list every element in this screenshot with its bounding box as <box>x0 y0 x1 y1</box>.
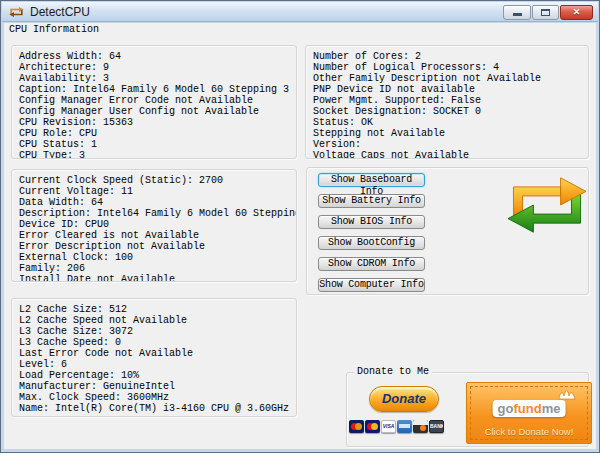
info-line: Socket Designation: SOCKET 0 <box>313 106 588 117</box>
info-line: Other Family Description not Available <box>313 73 588 84</box>
visa-icon: VISA <box>381 420 396 433</box>
discover-icon <box>413 420 428 433</box>
show-baseboard-info-button[interactable]: Show Baseboard Info <box>318 173 425 187</box>
info-line: CPU Role: CPU <box>19 128 296 139</box>
show-cdrom-info-button[interactable]: Show CDROM Info <box>318 257 425 271</box>
gofundme-tagline: Click to Donate Now! <box>467 426 591 437</box>
window-controls: ✕ <box>503 5 593 20</box>
cpu-cache-groupbox: L2 Cache Size: 512 L2 Cache Speed not Av… <box>11 298 297 417</box>
info-line: CPU Revision: 15363 <box>19 117 296 128</box>
info-line: Install Date not Available <box>19 274 296 282</box>
info-line: Manufacturer: GenuineIntel <box>19 381 296 392</box>
info-line: Number of Logical Processors: 4 <box>313 62 588 73</box>
mastercard-icon <box>349 420 364 433</box>
gofundme-logo: gofundme <box>493 400 566 417</box>
cpu-identity-groupbox: Address Width: 64 Architecture: 9 Availa… <box>11 45 297 159</box>
info-line: Error Cleared is not Available <box>19 230 296 241</box>
info-line: Current Voltage: 11 <box>19 186 296 197</box>
info-line: Address Width: 64 <box>19 51 296 62</box>
app-icon <box>9 5 24 19</box>
section-label: CPU Information <box>9 24 99 35</box>
maximize-button[interactable] <box>532 5 559 20</box>
info-line: Architecture: 9 <box>19 62 296 73</box>
maestro-icon <box>365 420 380 433</box>
show-computer-info-button[interactable]: Show Computer Info <box>318 278 425 292</box>
info-line: Family: 206 <box>19 263 296 274</box>
info-line: L3 Cache Speed: 0 <box>19 337 296 348</box>
app-window: DetectCPU ✕ CPU Information Address Widt… <box>0 0 600 453</box>
cpu-clock-groupbox: Current Clock Speed (Static): 2700 Curre… <box>11 169 297 282</box>
payment-cards-row: VISA BANK <box>349 420 444 433</box>
gofundme-mascot-icon <box>556 388 578 400</box>
info-line: Current Clock Speed (Static): 2700 <box>19 175 296 186</box>
info-line: Config Manager User Config not Available <box>19 106 296 117</box>
info-line: Last Error Code not Available <box>19 348 296 359</box>
cpu-topology-groupbox: Number of Cores: 2 Number of Logical Pro… <box>305 45 589 159</box>
close-icon: ✕ <box>573 7 581 17</box>
gofundme-button[interactable]: gofundme Click to Donate Now! <box>466 382 592 444</box>
info-line: Description: Intel64 Family 6 Model 60 S… <box>19 208 296 219</box>
info-line: Power Mgmt. Supported: False <box>313 95 588 106</box>
close-button[interactable]: ✕ <box>560 5 593 20</box>
show-bootconfig-button[interactable]: Show BootConfig <box>318 236 425 250</box>
bank-transfer-icon: BANK <box>429 420 444 433</box>
info-line: Version: <box>313 139 588 150</box>
info-line: L3 Cache Size: 3072 <box>19 326 296 337</box>
info-line: Availability: 3 <box>19 73 296 84</box>
info-line: Stepping not Available <box>313 128 588 139</box>
amex-icon <box>397 420 412 433</box>
paypal-donate-button[interactable]: Donate <box>369 386 439 412</box>
info-line: Device ID: CPU0 <box>19 219 296 230</box>
minimize-button[interactable] <box>503 5 531 20</box>
info-line: Level: 6 <box>19 359 296 370</box>
info-line: CPU Type: 3 <box>19 150 296 159</box>
window-title: DetectCPU <box>30 5 90 19</box>
info-line: Voltage Caps not Available <box>313 150 588 159</box>
info-line: Load Percentage: 10% <box>19 370 296 381</box>
info-line: External Clock: 100 <box>19 252 296 263</box>
info-line: Config Manager Error Code not Available <box>19 95 296 106</box>
show-bios-info-button[interactable]: Show BIOS Info <box>318 215 425 229</box>
title-bar: DetectCPU ✕ <box>2 2 598 22</box>
info-line: Error Description not Available <box>19 241 296 252</box>
maximize-icon <box>541 9 550 16</box>
info-line: Status: OK <box>313 117 588 128</box>
info-line: Caption: Intel64 Family 6 Model 60 Stepp… <box>19 84 296 95</box>
info-line: Name: Intel(R) Core(TM) i3-4160 CPU @ 3.… <box>19 403 296 414</box>
info-line: CPU Status: 1 <box>19 139 296 150</box>
info-line: Number of Cores: 2 <box>313 51 588 62</box>
info-line: PNP Device ID not available <box>313 84 588 95</box>
info-line: Data Width: 64 <box>19 197 296 208</box>
info-line: L2 Cache Size: 512 <box>19 304 296 315</box>
minimize-icon <box>513 13 522 16</box>
client-area: CPU Information Address Width: 64 Archit… <box>4 23 596 449</box>
show-battery-info-button[interactable]: Show Battery Info <box>318 194 425 208</box>
donate-groupbox: Donate to Me Donate VISA BANK gofundme C… <box>346 372 589 447</box>
donate-group-label: Donate to Me <box>354 366 432 377</box>
info-line: Max. Clock Speed: 3600MHz <box>19 392 296 403</box>
sync-arrows-icon <box>505 176 589 234</box>
info-line: L2 Cache Speed not Available <box>19 315 296 326</box>
